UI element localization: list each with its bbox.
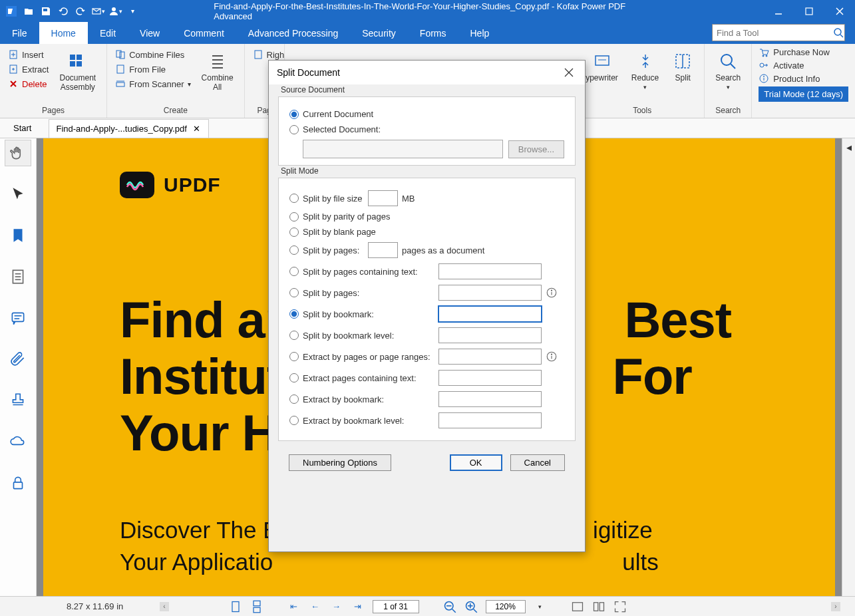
open-icon[interactable]: [21, 4, 36, 19]
pages-text-input[interactable]: [438, 263, 542, 279]
cloud-panel-icon[interactable]: [5, 428, 31, 455]
insert-button[interactable]: Insert: [5, 48, 51, 61]
filesize-input[interactable]: [368, 190, 398, 206]
single-page-icon[interactable]: [229, 600, 242, 613]
fit-width-icon[interactable]: [571, 600, 584, 613]
extract-pages-radio[interactable]: Extract by pages or page ranges:: [289, 349, 564, 365]
split-parity-radio[interactable]: Split by parity of pages: [289, 212, 564, 222]
svg-point-36: [764, 77, 765, 77]
split-filesize-radio[interactable]: Split by file sizeMB: [289, 190, 564, 206]
current-doc-radio[interactable]: Current Document: [289, 109, 564, 119]
pages-panel-icon[interactable]: [5, 263, 31, 290]
extract-bookmark-input[interactable]: [438, 391, 542, 407]
fit-page-icon[interactable]: [592, 600, 605, 613]
expand-panel-icon[interactable]: ◂: [846, 141, 852, 154]
product-info-button[interactable]: Product Info: [759, 73, 848, 84]
fullscreen-icon[interactable]: [613, 600, 627, 613]
tab-close-icon[interactable]: ✕: [192, 124, 202, 133]
arrow-tool-icon[interactable]: [5, 181, 31, 208]
hand-tool-icon[interactable]: [5, 140, 31, 166]
pages-input[interactable]: [368, 242, 398, 258]
app-icon[interactable]: [4, 4, 19, 19]
split-blank-radio[interactable]: Split by blank page: [289, 227, 564, 237]
qat-dropdown-icon[interactable]: ▾: [125, 4, 140, 19]
split-pages-text-radio[interactable]: Split by pages containing text:: [289, 263, 564, 279]
continuous-page-icon[interactable]: [250, 600, 263, 613]
next-page-icon[interactable]: →: [330, 600, 343, 613]
extract-bookmark-level-input[interactable]: [438, 412, 542, 428]
close-button[interactable]: [824, 0, 855, 22]
selected-doc-radio[interactable]: Selected Document:: [289, 124, 564, 134]
scroll-right-button[interactable]: ›: [831, 602, 840, 611]
typewriter-button[interactable]: ypewriter: [586, 48, 623, 85]
extract-pages-text-input[interactable]: [438, 370, 542, 386]
prev-page-icon[interactable]: ←: [309, 600, 322, 613]
bookmark-input[interactable]: [438, 306, 542, 322]
menu-comment[interactable]: Comment: [172, 22, 236, 44]
combine-all-button[interactable]: Combine All: [196, 48, 239, 95]
minimize-button[interactable]: [763, 0, 794, 22]
from-file-button[interactable]: From File: [112, 63, 193, 76]
combine-files-button[interactable]: Combine Files: [112, 48, 193, 61]
numbering-options-button[interactable]: Numbering Options: [289, 454, 391, 471]
menu-view[interactable]: View: [128, 22, 172, 44]
extract-bookmark-level-radio[interactable]: Extract by bookmark level:: [289, 412, 564, 428]
zoom-in-icon[interactable]: [464, 600, 478, 613]
pages2-input[interactable]: [438, 285, 542, 301]
page-number-input[interactable]: [373, 600, 419, 613]
menu-file[interactable]: File: [0, 22, 39, 44]
mail-icon[interactable]: ▾: [90, 4, 105, 19]
info-icon[interactable]: [546, 351, 558, 363]
find-tool-box[interactable]: [712, 24, 845, 41]
undo-icon[interactable]: [56, 4, 71, 19]
from-scanner-button[interactable]: From Scanner▾: [112, 77, 193, 90]
stamps-panel-icon[interactable]: [5, 387, 31, 414]
purchase-now-button[interactable]: Purchase Now: [759, 47, 848, 57]
document-tab[interactable]: Find-and-Apply-...tudies_Copy.pdf ✕: [49, 119, 208, 138]
document-assembly-button[interactable]: Document Assembly: [54, 48, 101, 95]
menu-help[interactable]: Help: [458, 22, 502, 44]
zoom-input[interactable]: [486, 600, 526, 613]
comments-panel-icon[interactable]: [5, 305, 31, 331]
activate-button[interactable]: Activate: [759, 60, 848, 71]
extract-button[interactable]: Extract: [5, 63, 51, 76]
menu-edit[interactable]: Edit: [88, 22, 128, 44]
cancel-button[interactable]: Cancel: [510, 454, 565, 471]
zoom-dropdown-icon[interactable]: ▾: [534, 600, 547, 613]
dialog-close-icon[interactable]: [561, 65, 577, 80]
bookmark-panel-icon[interactable]: [5, 222, 31, 249]
save-icon[interactable]: [39, 4, 53, 19]
split-pages-radio[interactable]: Split by pages:pages as a document: [289, 242, 564, 258]
extract-bookmark-radio[interactable]: Extract by bookmark:: [289, 391, 564, 407]
menu-security[interactable]: Security: [350, 22, 408, 44]
ok-button[interactable]: OK: [450, 454, 502, 471]
zoom-out-icon[interactable]: [443, 600, 456, 613]
split-bookmark-level-radio[interactable]: Split by bookmark level:: [289, 327, 564, 343]
redo-icon[interactable]: [73, 4, 88, 19]
reduce-button[interactable]: Reduce▾: [626, 48, 664, 94]
split-button[interactable]: Split: [667, 48, 699, 85]
right-button[interactable]: Right: [250, 48, 285, 61]
maximize-button[interactable]: [794, 0, 824, 22]
find-tool-input[interactable]: [713, 28, 832, 38]
user-icon[interactable]: ▾: [108, 4, 122, 19]
extract-pages-input[interactable]: [438, 349, 542, 365]
first-page-icon[interactable]: ⇤: [287, 600, 301, 613]
info-icon[interactable]: [546, 287, 558, 299]
menu-forms[interactable]: Forms: [408, 22, 458, 44]
extract-pages-text-radio[interactable]: Extract pages containing text:: [289, 370, 564, 386]
delete-button[interactable]: Delete: [5, 77, 51, 90]
menu-home[interactable]: Home: [39, 22, 88, 44]
security-panel-icon[interactable]: [5, 470, 31, 496]
attachments-panel-icon[interactable]: [5, 346, 31, 373]
split-bookmark-radio[interactable]: Split by bookmark:: [289, 306, 564, 322]
create-group-label: Create: [112, 106, 238, 116]
bookmark-level-input[interactable]: [438, 327, 542, 343]
menu-advanced[interactable]: Advanced Processing: [236, 22, 350, 44]
start-tab[interactable]: Start: [0, 119, 45, 138]
search-button[interactable]: Search▾: [710, 48, 746, 94]
last-page-icon[interactable]: ⇥: [351, 600, 365, 613]
scroll-left-button[interactable]: ‹: [160, 602, 169, 611]
split-pages2-radio[interactable]: Split by pages:: [289, 285, 564, 301]
search-icon[interactable]: [832, 27, 844, 38]
